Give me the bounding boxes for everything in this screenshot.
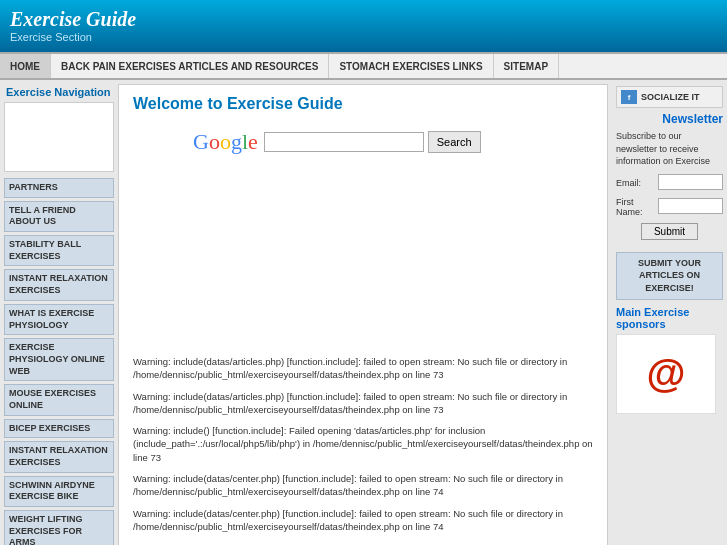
page-header: Exercise Guide Exercise Section (0, 0, 727, 52)
sidebar-title: Exercise Navigation (4, 86, 114, 98)
email-label: Email: (616, 178, 641, 188)
email-row: Email: (616, 174, 723, 194)
warning-1: Warning: include(datas/articles.php) [fu… (133, 390, 593, 417)
left-sidebar: Exercise Navigation PARTNERSTELL A FRIEN… (0, 80, 118, 545)
sidebar-btn-5[interactable]: EXERCISE PHYSIOLOGY ONLINE WEB (4, 338, 114, 381)
warnings-section: Warning: include(datas/articles.php) [fu… (133, 355, 593, 533)
firstname-input[interactable] (658, 198, 723, 214)
sidebar-btn-6[interactable]: MOUSE EXERCISES ONLINE (4, 384, 114, 415)
newsletter-title: Newsletter (616, 112, 723, 126)
site-subtitle: Exercise Section (10, 31, 717, 43)
sidebar-btn-7[interactable]: BICEP EXERCISES (4, 419, 114, 439)
nav-item-stomach-exercises-links[interactable]: STOMACH EXERCISES LINKS (329, 54, 493, 78)
sidebar-btn-8[interactable]: INSTANT RELAXATION EXERCISES (4, 441, 114, 472)
email-input[interactable] (658, 174, 723, 190)
navigation-bar: HOMEBACK PAIN EXERCISES ARTICLES AND RES… (0, 52, 727, 80)
warning-2: Warning: include() [function.include]: F… (133, 424, 593, 464)
sidebar-btn-0[interactable]: PARTNERS (4, 178, 114, 198)
sidebar-btn-10[interactable]: WEIGHT LIFTING EXERCISES FOR ARMS (4, 510, 114, 545)
firstname-label: First Name: (616, 197, 658, 217)
google-search-widget: Google Search (133, 129, 593, 155)
socialize-label: SOCIALIZE IT (641, 92, 700, 102)
socialize-icon: f (621, 90, 637, 104)
content-title: Welcome to Exercise Guide (133, 95, 593, 113)
site-title: Exercise Guide (10, 8, 717, 31)
warning-4: Warning: include(datas/center.php) [func… (133, 507, 593, 534)
sidebar-image (4, 102, 114, 172)
google-search-input[interactable] (264, 132, 424, 152)
sponsors-title: Main Exercise sponsors (616, 306, 723, 330)
submit-articles-button[interactable]: SUBMIT YOUR ARTICLES ON EXERCISE! (616, 252, 723, 300)
google-search-button[interactable]: Search (428, 131, 481, 153)
newsletter-description: Subscribe to our newsletter to receive i… (616, 130, 723, 168)
right-sidebar: f SOCIALIZE IT Newsletter Subscribe to o… (612, 80, 727, 545)
nav-item-back-pain-exercises-articles-and-resources[interactable]: BACK PAIN EXERCISES ARTICLES AND RESOURC… (51, 54, 329, 78)
sponsor-icon: @ (646, 351, 685, 396)
sidebar-btn-2[interactable]: STABILITY BALL EXERCISES (4, 235, 114, 266)
sidebar-btn-3[interactable]: INSTANT RELAXATION EXERCISES (4, 269, 114, 300)
sponsor-image: @ (616, 334, 716, 414)
warning-3: Warning: include(datas/center.php) [func… (133, 472, 593, 499)
submit-newsletter-button[interactable]: Submit (641, 223, 698, 240)
warning-0: Warning: include(datas/articles.php) [fu… (133, 355, 593, 382)
main-content: Welcome to Exercise Guide Google Search … (118, 84, 608, 545)
sidebar-btn-1[interactable]: TELL A FRIEND ABOUT US (4, 201, 114, 232)
sidebar-btn-9[interactable]: SCHWINN AIRDYNE EXERCISE BIKE (4, 476, 114, 507)
google-logo: Google (193, 129, 258, 155)
socialize-bar: f SOCIALIZE IT (616, 86, 723, 108)
nav-item-home[interactable]: HOME (0, 54, 51, 78)
nav-item-sitemap[interactable]: SITEMAP (494, 54, 559, 78)
sidebar-btn-4[interactable]: WHAT IS EXERCISE PHYSIOLOGY (4, 304, 114, 335)
main-layout: Exercise Navigation PARTNERSTELL A FRIEN… (0, 80, 727, 545)
firstname-row: First Name: (616, 197, 723, 219)
